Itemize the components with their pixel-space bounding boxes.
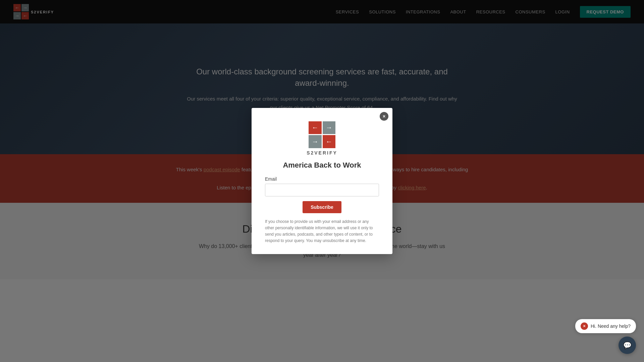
modal-logo-text: S2VERIFY [265, 150, 379, 156]
modal-logo: ← → → ← S2VERIFY [265, 121, 379, 156]
modal-disclaimer: If you choose to provide us with your em… [265, 219, 379, 244]
subscribe-button[interactable]: Subscribe [303, 201, 341, 213]
modal-box: × ← → → ← S2VERIFY America Back to Work … [252, 108, 392, 254]
modal-logo-icon: ← → → ← [309, 121, 335, 148]
modal-title: America Back to Work [265, 161, 379, 170]
email-input[interactable] [265, 184, 379, 196]
modal-overlay: × ← → → ← S2VERIFY America Back to Work … [0, 0, 644, 279]
modal-close-button[interactable]: × [380, 112, 388, 121]
email-label: Email [265, 176, 379, 182]
